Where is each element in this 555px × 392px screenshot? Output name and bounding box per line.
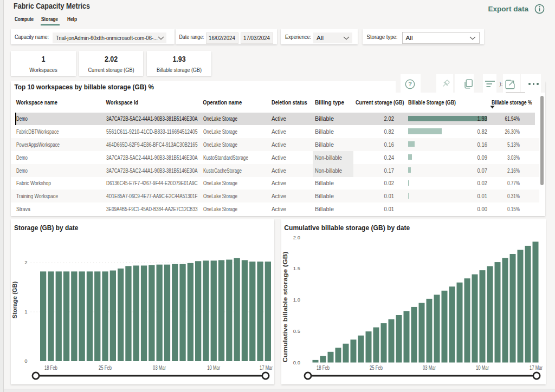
svg-text:?: ? <box>408 81 412 87</box>
svg-text:0.0: 0.0 <box>293 360 300 365</box>
svg-text:1.0: 1.0 <box>293 297 300 303</box>
svg-text:1: 1 <box>24 309 27 315</box>
svg-text:Cumulative billable storage (G: Cumulative billable storage (GB) by date <box>284 224 410 232</box>
svg-text:10 Mar: 10 Mar <box>476 365 489 371</box>
svg-text:17 Mar: 17 Mar <box>530 365 543 371</box>
svg-text:25 Feb: 25 Feb <box>99 365 112 371</box>
svg-text:2.0: 2.0 <box>293 234 300 240</box>
svg-text:2: 2 <box>24 259 27 265</box>
svg-text:Compute: Compute <box>15 16 34 22</box>
svg-text:Help: Help <box>67 16 77 22</box>
svg-text:Storage: Storage <box>41 16 58 22</box>
svg-text:Fabric Capacity Metrics: Fabric Capacity Metrics <box>14 2 90 10</box>
svg-text:18 Feb: 18 Feb <box>317 365 330 371</box>
svg-text:Storage (GB) by date: Storage (GB) by date <box>14 224 78 232</box>
svg-text:Cumulative billable storage (G: Cumulative billable storage (GB) <box>282 251 288 362</box>
svg-text:03 Mar: 03 Mar <box>423 365 436 371</box>
svg-text:18 Feb: 18 Feb <box>44 365 57 371</box>
svg-text:25 Feb: 25 Feb <box>370 365 383 371</box>
svg-text:17 Mar: 17 Mar <box>260 365 273 371</box>
svg-text:Storage (GB): Storage (GB) <box>11 282 18 319</box>
svg-text:0.5: 0.5 <box>293 328 300 334</box>
svg-text:Export data: Export data <box>488 5 529 13</box>
svg-text:03 Mar: 03 Mar <box>153 365 166 371</box>
svg-text:0: 0 <box>24 358 27 364</box>
svg-text:1.5: 1.5 <box>293 265 300 271</box>
svg-text:10 Mar: 10 Mar <box>207 365 221 371</box>
